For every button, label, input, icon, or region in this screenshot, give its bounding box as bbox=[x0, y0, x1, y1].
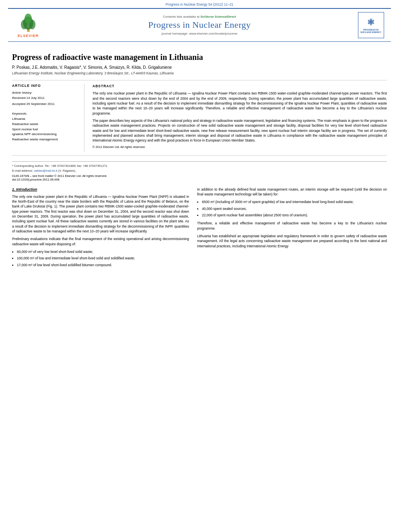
journal-center: Contents lists available at SciVerse Sci… bbox=[48, 15, 351, 35]
body-right-column: In addition to the already defined final… bbox=[197, 187, 387, 271]
elsevier-logo: ELSEVIER bbox=[12, 13, 44, 38]
abstract-paragraph-1: The only one nuclear power plant in the … bbox=[93, 91, 387, 116]
elsevier-brand-text: ELSEVIER bbox=[18, 34, 39, 38]
article-info-panel: ARTICLE INFO Article history: Received 1… bbox=[12, 84, 84, 152]
main-content: Progress of radioactive waste management… bbox=[0, 43, 399, 277]
footnote-corresponding: * Corresponding author. Tel.: +86 370374… bbox=[12, 164, 387, 168]
body-left-column: 1. Introduction The only one nuclear pow… bbox=[12, 187, 189, 271]
bullet-3: 17,000 m³ of low level short-lived solid… bbox=[17, 263, 189, 267]
journal-header: ELSEVIER Contents lists available at Sci… bbox=[8, 8, 391, 42]
bullet-1: 60,000 m³ of very low level short-lived … bbox=[17, 249, 189, 254]
section1-bullets-left: 60,000 m³ of very low level short-lived … bbox=[12, 249, 189, 267]
keyword-1: Lithuania bbox=[12, 117, 78, 122]
section1-para4: Therefore, a reliable and effective mana… bbox=[197, 221, 387, 231]
section1-para5: Lithuania has established an appropriate… bbox=[197, 234, 387, 249]
keyword-2: Radioactive waste bbox=[12, 122, 78, 127]
journal-title: Progress in Nuclear Energy bbox=[48, 20, 351, 30]
keyword-4: Ignalina NPP decommissioning bbox=[12, 132, 78, 137]
copyright-line: © 2011 Elsevier Ltd. All rights reserved… bbox=[93, 145, 387, 150]
svg-point-4 bbox=[24, 13, 31, 23]
abstract-panel: ABSTRACT The only one nuclear power plan… bbox=[93, 84, 387, 152]
footnote-email-address[interactable]: valdas@mail.lei.lt bbox=[34, 169, 57, 173]
bullet-right-3: 22,000 of spent nuclear fuel assemblies … bbox=[202, 213, 387, 218]
section1-para2: Preliminary evaluations indicate that th… bbox=[12, 236, 189, 246]
footnote-section: * Corresponding author. Tel.: +86 370374… bbox=[12, 161, 387, 173]
keyword-3: Spent nuclear fuel bbox=[12, 127, 78, 132]
footnote-email: E-mail address: valdas@mail.lei.lt (V. R… bbox=[12, 168, 387, 173]
section1-para3: In addition to the already defined final… bbox=[197, 187, 387, 197]
journal-logo-right: ⚛ PROGRESS IN NUCLEAR ENERGY bbox=[355, 12, 387, 38]
header-divider bbox=[12, 80, 387, 80]
bullet-right-2: 40,000 spent sealed sources; bbox=[202, 206, 387, 211]
bullet-2: 100,000 m³ of low and intermediate level… bbox=[17, 256, 189, 261]
keyword-5: Radioactive waste management bbox=[12, 137, 78, 142]
doi-line: doi:10.1016/j.pnucene.2011.09.008 bbox=[12, 178, 387, 181]
bullet-right-1: 6500 m³ (including of 3000 m³ of spent g… bbox=[202, 199, 387, 204]
affiliation-line: Lithuanian Energy Institute, Nuclear Eng… bbox=[12, 71, 387, 75]
keywords-label: Keywords: bbox=[12, 112, 78, 115]
section1-para1: The only one nuclear power plant in the … bbox=[12, 194, 189, 234]
logo-text: PROGRESS IN NUCLEAR ENERGY bbox=[360, 29, 383, 33]
abstract-paragraph-2: The paper describes key aspects of the L… bbox=[93, 118, 387, 143]
sciverse-link[interactable]: SciVerse ScienceDirect bbox=[200, 15, 236, 18]
history-label: Article history: bbox=[12, 91, 78, 94]
journal-homepage: journal homepage: www.elsevier.com/locat… bbox=[48, 32, 351, 35]
accepted-date: Accepted 29 September 2011 bbox=[12, 102, 78, 107]
abstract-heading: ABSTRACT bbox=[93, 84, 387, 88]
contents-line: Contents lists available at SciVerse Sci… bbox=[48, 15, 351, 18]
body-section: 1. Introduction The only one nuclear pow… bbox=[12, 187, 387, 271]
authors-line: P. Poskas, J.E. Adomaitis, V. Ragaisis*,… bbox=[12, 65, 387, 70]
paper-title: Progress of radioactive waste management… bbox=[12, 53, 387, 62]
elsevier-tree-icon bbox=[17, 13, 39, 33]
article-info-heading: ARTICLE INFO bbox=[12, 84, 78, 88]
article-info-abstract: ARTICLE INFO Article history: Received 1… bbox=[12, 84, 387, 152]
journal-logo-box: ⚛ PROGRESS IN NUCLEAR ENERGY bbox=[358, 12, 384, 38]
body-divider bbox=[12, 155, 387, 156]
atom-icon: ⚛ bbox=[367, 17, 375, 28]
section1-bullets-right: 6500 m³ (including of 3000 m³ of spent g… bbox=[197, 199, 387, 218]
journal-citation: Progress in Nuclear Energy 54 (2012) 11–… bbox=[0, 0, 399, 7]
section1-heading: 1. Introduction bbox=[12, 187, 189, 192]
received-date: Received 14 July 2011 bbox=[12, 96, 78, 101]
issn-line: 0149-1970/$ – see front matter © 2011 El… bbox=[12, 174, 387, 178]
